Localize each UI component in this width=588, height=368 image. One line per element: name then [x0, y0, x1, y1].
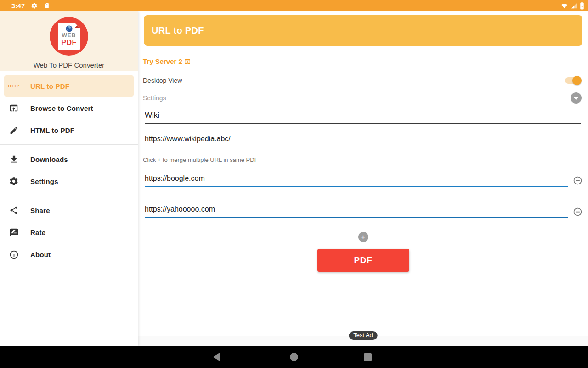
page-title: URL to PDF: [152, 25, 204, 36]
sidebar-item-label: About: [30, 251, 51, 259]
add-url-button[interactable]: +: [358, 232, 368, 242]
sidebar-item-label: Downloads: [30, 155, 68, 163]
gear-icon: [31, 2, 38, 9]
sidebar-item-label: Share: [30, 207, 50, 214]
desktop-view-label: Desktop View: [143, 77, 182, 84]
pencil-icon: [8, 126, 19, 135]
document-page-icon: WEB PDF: [58, 23, 80, 50]
merge-hint: Click + to merge multiple URL in same PD…: [143, 156, 588, 163]
remove-circle-icon: [573, 176, 582, 185]
logo-pdf-text: PDF: [61, 39, 77, 46]
menu-divider: [0, 196, 138, 196]
chevron-down-icon: [574, 97, 578, 100]
try-server-link[interactable]: Try Server 2: [143, 58, 191, 65]
toggle-thumb: [572, 76, 582, 85]
menu-divider: [0, 144, 138, 145]
page-title-banner: URL to PDF: [144, 15, 582, 46]
logo-web-text: WEB: [62, 33, 76, 39]
gear-icon: [8, 176, 19, 186]
download-icon: [8, 155, 19, 164]
open-in-browser-icon: [184, 58, 191, 65]
globe-icon: [65, 25, 73, 33]
ad-banner-area: Test Ad: [138, 336, 588, 346]
sd-card-icon: [44, 2, 50, 9]
open-in-browser-icon: [8, 103, 19, 113]
drawer-header: WEB PDF Web To PDF Converter: [0, 12, 138, 71]
convert-to-pdf-button[interactable]: PDF: [317, 249, 409, 272]
clock: 3:47: [11, 2, 25, 10]
rate-review-icon: [8, 228, 19, 237]
sidebar-item-label: URL to PDF: [30, 82, 69, 90]
sidebar-item-browse-to-convert[interactable]: Browse to Convert: [0, 97, 138, 119]
home-icon[interactable]: [290, 353, 298, 361]
remove-url-button[interactable]: [573, 176, 582, 185]
sidebar-item-label: Rate: [30, 229, 45, 236]
pdf-title-input[interactable]: [145, 111, 581, 124]
sidebar-item-label: HTML to PDF: [30, 126, 74, 134]
main-url-input[interactable]: [145, 135, 577, 147]
sidebar-item-label: Browse to Convert: [30, 104, 93, 112]
http-icon: HTTP: [8, 84, 19, 88]
status-bar: 3:47: [0, 0, 588, 12]
merge-url-input-1[interactable]: [145, 174, 568, 187]
sidebar-item-downloads[interactable]: Downloads: [0, 148, 138, 170]
sidebar-item-rate[interactable]: Rate: [0, 221, 138, 243]
page-fold: [74, 23, 80, 28]
app-title: Web To PDF Converter: [34, 61, 105, 69]
desktop-view-toggle[interactable]: [565, 76, 582, 85]
back-icon[interactable]: [213, 353, 220, 361]
drawer-menu: HTTP URL to PDF Browse to Convert HTML t…: [0, 71, 138, 265]
sidebar-item-url-to-pdf[interactable]: HTTP URL to PDF: [4, 75, 134, 97]
cellular-signal-icon: [571, 2, 577, 9]
main-content: URL to PDF Try Server 2 Desktop View Set…: [138, 12, 588, 346]
settings-expander-button[interactable]: [571, 92, 582, 104]
sidebar-item-html-to-pdf[interactable]: HTML to PDF: [0, 119, 138, 141]
wifi-icon: [560, 2, 568, 9]
android-navigation-bar: [0, 346, 588, 368]
info-icon: [8, 250, 19, 259]
try-server-label: Try Server 2: [143, 58, 182, 65]
app-logo: WEB PDF: [50, 17, 88, 56]
sidebar-item-about[interactable]: About: [0, 243, 138, 265]
merge-url-row: [138, 205, 588, 218]
desktop-view-row: Desktop View: [138, 76, 588, 85]
sidebar-item-label: Settings: [30, 178, 58, 185]
remove-url-button[interactable]: [573, 207, 582, 217]
battery-charging-icon: [580, 2, 584, 10]
sidebar-item-settings[interactable]: Settings: [0, 170, 138, 192]
settings-row-label: Settings: [143, 94, 166, 102]
sidebar-item-share[interactable]: Share: [0, 199, 138, 221]
merge-url-row: [138, 174, 588, 187]
test-ad-badge[interactable]: Test Ad: [349, 331, 378, 340]
share-icon: [8, 206, 19, 215]
recents-icon[interactable]: [364, 353, 372, 361]
plus-icon: +: [361, 233, 366, 241]
remove-circle-icon: [573, 207, 582, 217]
settings-row: Settings: [138, 92, 588, 104]
navigation-drawer: WEB PDF Web To PDF Converter HTTP URL to…: [0, 12, 138, 346]
merge-url-input-2[interactable]: [145, 205, 568, 218]
